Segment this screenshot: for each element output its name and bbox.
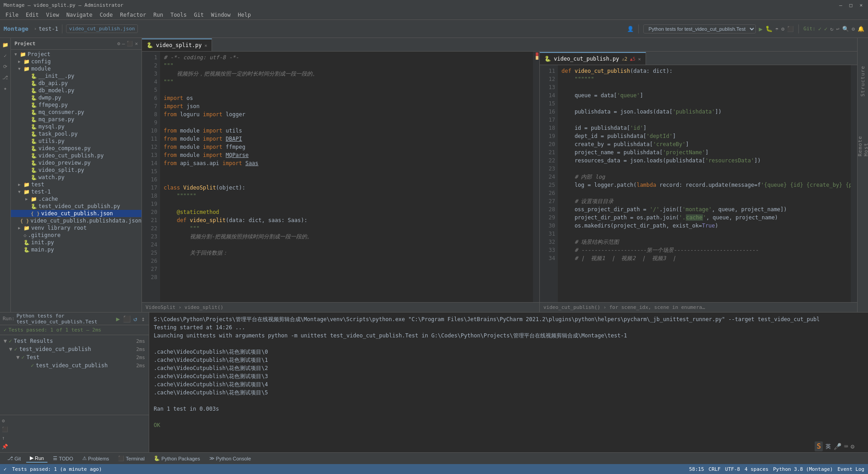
pull-requests-icon[interactable]: ⟳ <box>0 62 10 71</box>
close-btn[interactable]: ✕ <box>858 2 864 8</box>
tree-item-mq-parse[interactable]: 🐍 mq_parse.py <box>11 116 142 123</box>
tree-item-main-py[interactable]: 🐍 main.py <box>11 246 142 253</box>
favorites-icon[interactable]: ★ <box>0 83 10 93</box>
python-packages-tab-btn[interactable]: 🐍 Python Packages <box>150 455 204 462</box>
settings-icon[interactable]: ⚙ <box>852 26 855 32</box>
menu-help[interactable]: Help <box>234 11 255 19</box>
stop-test-btn[interactable]: ⬛ <box>123 315 131 323</box>
tree-item-video-cut-json[interactable]: { } video_cut_publish.json <box>11 210 142 217</box>
tree-item-db-model[interactable]: 🐍 db_model.py <box>11 87 142 94</box>
left-code-editor[interactable]: 12345 678910 1112131415 1617181920 21222… <box>142 52 539 302</box>
menu-navigate[interactable]: Navigate <box>63 11 96 19</box>
test-inner-item[interactable]: ✓ test_video_cut_publish 2ms <box>0 361 149 370</box>
menu-tools[interactable]: Tools <box>167 11 190 19</box>
run-test-btn[interactable]: ▶ <box>115 315 121 323</box>
test-test-item[interactable]: ▼ ✓ Test 2ms <box>0 353 149 361</box>
tree-root[interactable]: ▼ 📁 Project <box>11 51 142 58</box>
problems-tab-btn[interactable]: ⚠ Problems <box>79 455 113 462</box>
tree-item-task-pool[interactable]: 🐍 task_pool.py <box>11 130 142 137</box>
structure-btn[interactable]: Structure <box>858 76 868 86</box>
test-video-cut-publish-item[interactable]: ▼ ✓ test_video_cut_publish 2ms <box>0 345 149 353</box>
panel-settings-icon[interactable]: ⚙ <box>117 41 120 47</box>
notifications-icon[interactable]: 🔔 <box>858 26 864 32</box>
run-button[interactable]: ▶ <box>759 25 762 33</box>
menu-refactor[interactable]: Refactor <box>116 11 150 19</box>
tab-video-cut-publish[interactable]: 🐍 video_cut_publish.py ⚠2 ▲5 ✕ <box>540 52 646 65</box>
tree-item-init-py[interactable]: 🐍 init.py <box>11 239 142 246</box>
search-everywhere[interactable]: 🔍 <box>842 26 849 32</box>
microphone-icon[interactable]: 🎤 <box>834 442 841 450</box>
git-icon[interactable]: ⎇ <box>0 72 10 82</box>
keyboard-icon[interactable]: ⌨ <box>844 442 848 450</box>
tree-item-video-cut-publishdata-json[interactable]: { } video_cut_publish.publishdata.json <box>11 217 142 224</box>
left-code-content[interactable]: # -*- coding: utf-8 -*- """ 视频拆分，把视频按照一定… <box>160 52 533 302</box>
todo-tab-btn[interactable]: ☰ TODO <box>49 455 77 462</box>
status-position[interactable]: 58:15 <box>689 466 704 472</box>
tree-item-venv[interactable]: ▶ 📁 venv library root <box>11 224 142 232</box>
panel-close-icon[interactable]: ✕ <box>135 41 138 47</box>
minimize-btn[interactable]: — <box>837 2 844 8</box>
coverage-button[interactable]: ☂ <box>775 26 778 32</box>
toolbar-more[interactable]: ⚙ <box>781 26 784 32</box>
tree-item-test1[interactable]: ▼ 📁 test-1 <box>11 188 142 195</box>
tree-item-mysql[interactable]: 🐍 mysql.py <box>11 123 142 130</box>
menu-git[interactable]: Git <box>190 11 208 19</box>
run-settings-btn[interactable]: ⚙ <box>1 417 148 425</box>
git-undo[interactable]: ↩ <box>836 26 840 32</box>
tree-item-watch[interactable]: 🐍 watch.py <box>11 174 142 181</box>
toolbar-stop[interactable]: ⬛ <box>787 26 794 32</box>
menu-run[interactable]: Run <box>150 11 167 19</box>
run-pin-btn[interactable]: 📌 <box>1 443 148 450</box>
remote-host-btn[interactable]: Remote Host <box>858 141 868 151</box>
test-results-item[interactable]: ▼ ✓ Test Results 2ms <box>0 337 149 345</box>
file-breadcrumb-tab[interactable]: video_cut_publish.json <box>66 24 138 33</box>
sort-btn[interactable]: ↕ <box>140 315 146 323</box>
commit-icon[interactable]: ✓ <box>0 51 10 61</box>
tree-item-gitignore[interactable]: ◇ .gitignore <box>11 232 142 239</box>
lang-switch[interactable]: 英 <box>826 442 831 450</box>
tree-item-config[interactable]: ▶ 📁 config <box>11 58 142 65</box>
run-export-btn[interactable]: ↑ <box>1 434 148 442</box>
tree-item-mq-consumer[interactable]: 🐍 mq_consumer.py <box>11 109 142 116</box>
debug-button[interactable]: 🐛 <box>765 25 773 32</box>
tab-close-video-cut-publish[interactable]: ✕ <box>638 57 641 62</box>
tree-item-ffmpeg[interactable]: 🐍 ffmpeg.py <box>11 101 142 109</box>
tree-item-video-compose[interactable]: 🐍 video_compose.py <box>11 145 142 152</box>
tree-item-test-video-cut[interactable]: 🐍 test_video_cut_publish.py <box>11 203 142 210</box>
tree-item-module[interactable]: ▼ 📁 module <box>11 65 142 72</box>
project-icon[interactable]: 📁 <box>0 40 10 50</box>
right-code-content[interactable]: def video_cut_publish(data: dict): """""… <box>558 65 851 302</box>
tree-item-dwmp[interactable]: 🐍 dwmp.py <box>11 94 142 101</box>
terminal-tab-btn[interactable]: ⬛ Terminal <box>114 455 148 462</box>
right-code-editor[interactable]: 1112131415 1617181920 2122232425 2627282… <box>540 65 857 302</box>
menu-edit[interactable]: Edit <box>22 11 42 19</box>
maximize-btn[interactable]: □ <box>848 2 854 8</box>
run-filter-btn[interactable]: ⬛ <box>1 426 148 433</box>
status-line-sep[interactable]: CRLF <box>708 466 721 472</box>
menu-view[interactable]: View <box>42 11 63 19</box>
tree-item-init[interactable]: 🐍 __init__.py <box>11 72 142 80</box>
status-indent[interactable]: 4 spaces <box>745 466 769 472</box>
git-refresh[interactable]: ↻ <box>830 26 833 32</box>
run-tab-btn[interactable]: ▶ Run <box>26 454 47 463</box>
settings2-icon[interactable]: ⚙ <box>851 442 854 450</box>
rerun-btn[interactable]: ↺ <box>132 315 138 323</box>
panel-expand-icon[interactable]: ⬛ <box>127 41 133 47</box>
tree-item-video-preview[interactable]: 🐍 video_preview.py <box>11 159 142 166</box>
panel-collapse-icon[interactable]: — <box>122 41 125 47</box>
tab-close-video-split[interactable]: ✕ <box>204 43 207 48</box>
tab-video-split[interactable]: 🐍 video_split.py ✕ <box>142 38 212 51</box>
git-tab-btn[interactable]: ⎇ Git <box>4 455 24 462</box>
tree-item-video-cut-publish[interactable]: 🐍 video_cut_publish.py <box>11 152 142 159</box>
tree-item-db-api[interactable]: 🐍 db_api.py <box>11 80 142 87</box>
tree-item-utils[interactable]: 🐍 utils.py <box>11 137 142 145</box>
tree-item-video-split[interactable]: 🐍 video_split.py <box>11 166 142 174</box>
tree-item-test[interactable]: ▶ 📁 test <box>11 181 142 188</box>
status-event-log[interactable]: Event Log <box>837 466 864 472</box>
run-config-dropdown[interactable]: Python tests for test_video_cut_publish.… <box>643 24 756 33</box>
menu-code[interactable]: Code <box>96 11 117 19</box>
menu-file[interactable]: File <box>2 11 22 19</box>
python-console-tab-btn[interactable]: ≫ Python Console <box>206 455 255 462</box>
status-encoding[interactable]: UTF-8 <box>725 466 740 472</box>
menu-window[interactable]: Window <box>208 11 234 19</box>
